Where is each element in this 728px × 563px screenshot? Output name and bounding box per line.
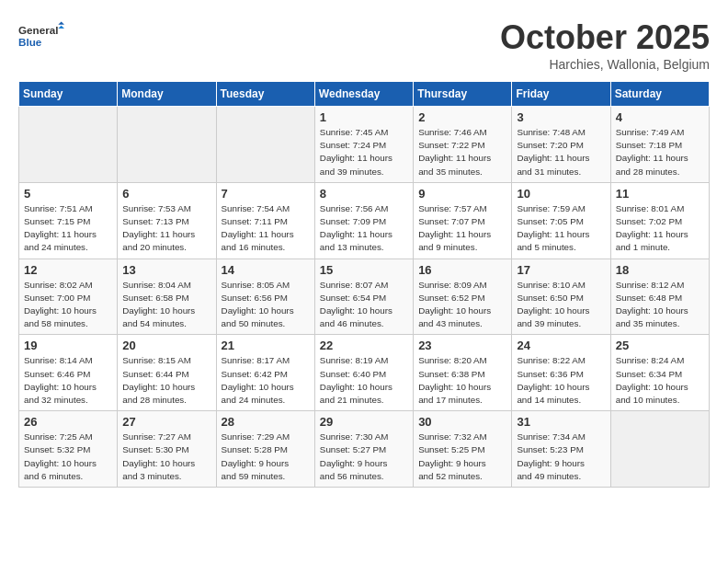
calendar-cell: 16Sunrise: 8:09 AMSunset: 6:52 PMDayligh… [414,259,512,335]
calendar-cell: 14Sunrise: 8:05 AMSunset: 6:56 PMDayligh… [216,259,314,335]
day-number: 19 [24,339,112,352]
day-info: Sunrise: 8:19 AMSunset: 6:40 PMDaylight:… [320,354,408,407]
day-number: 6 [122,187,210,201]
day-header-wednesday: Wednesday [314,82,413,107]
day-number: 16 [418,263,506,277]
logo-svg: General Blue [18,18,64,57]
day-info: Sunrise: 7:59 AMSunset: 7:05 PMDaylight:… [517,202,605,255]
day-number: 1 [320,110,408,124]
day-info: Sunrise: 7:29 AMSunset: 5:28 PMDaylight:… [222,431,310,483]
svg-text:Blue: Blue [18,36,42,48]
day-info: Sunrise: 8:02 AMSunset: 7:00 PMDaylight:… [24,279,112,331]
day-number: 13 [122,263,210,277]
day-info: Sunrise: 8:22 AMSunset: 6:36 PMDaylight:… [517,354,605,407]
day-info: Sunrise: 8:20 AMSunset: 6:38 PMDaylight:… [418,354,506,407]
day-info: Sunrise: 7:51 AMSunset: 7:15 PMDaylight:… [24,202,112,255]
day-number: 2 [418,110,506,124]
calendar-cell [118,107,216,183]
day-info: Sunrise: 7:30 AMSunset: 5:27 PMDaylight:… [320,431,408,483]
calendar-cell: 2Sunrise: 7:46 AMSunset: 7:22 PMDaylight… [414,107,512,183]
calendar-week-5: 26Sunrise: 7:25 AMSunset: 5:32 PMDayligh… [19,411,710,488]
svg-marker-3 [58,26,64,29]
page-header: General Blue October 2025 Harchies, Wall… [18,18,710,72]
svg-marker-2 [58,22,64,25]
day-number: 3 [517,110,605,124]
calendar-cell: 6Sunrise: 7:53 AMSunset: 7:13 PMDaylight… [118,182,216,259]
day-info: Sunrise: 7:46 AMSunset: 7:22 PMDaylight:… [418,126,506,178]
day-number: 28 [222,415,310,429]
logo: General Blue [18,18,64,57]
day-info: Sunrise: 7:48 AMSunset: 7:20 PMDaylight:… [517,126,605,178]
day-number: 25 [616,339,704,352]
calendar-cell: 18Sunrise: 8:12 AMSunset: 6:48 PMDayligh… [610,259,709,335]
day-number: 30 [418,415,506,429]
day-info: Sunrise: 8:17 AMSunset: 6:42 PMDaylight:… [222,354,310,407]
day-number: 11 [616,187,704,201]
calendar-cell [19,107,118,183]
day-info: Sunrise: 7:54 AMSunset: 7:11 PMDaylight:… [222,202,310,255]
day-number: 21 [222,339,310,352]
day-number: 20 [122,339,210,352]
day-number: 14 [222,263,310,277]
day-info: Sunrise: 8:01 AMSunset: 7:02 PMDaylight:… [616,202,704,255]
day-header-thursday: Thursday [414,82,512,107]
day-number: 5 [24,187,112,201]
day-header-sunday: Sunday [19,82,118,107]
calendar-cell: 22Sunrise: 8:19 AMSunset: 6:40 PMDayligh… [314,335,413,411]
day-number: 10 [517,187,605,201]
calendar-cell: 29Sunrise: 7:30 AMSunset: 5:27 PMDayligh… [314,411,413,488]
day-info: Sunrise: 8:04 AMSunset: 6:58 PMDaylight:… [122,279,210,331]
calendar-week-3: 12Sunrise: 8:02 AMSunset: 7:00 PMDayligh… [19,259,710,335]
day-info: Sunrise: 7:27 AMSunset: 5:30 PMDaylight:… [122,431,210,483]
day-number: 4 [616,110,704,124]
day-number: 15 [320,263,408,277]
calendar-cell: 15Sunrise: 8:07 AMSunset: 6:54 PMDayligh… [314,259,413,335]
day-info: Sunrise: 7:56 AMSunset: 7:09 PMDaylight:… [320,202,408,255]
day-info: Sunrise: 8:24 AMSunset: 6:34 PMDaylight:… [616,354,704,407]
calendar-cell: 27Sunrise: 7:27 AMSunset: 5:30 PMDayligh… [118,411,216,488]
day-info: Sunrise: 8:12 AMSunset: 6:48 PMDaylight:… [616,279,704,331]
calendar-cell: 12Sunrise: 8:02 AMSunset: 7:00 PMDayligh… [19,259,118,335]
day-number: 12 [24,263,112,277]
day-info: Sunrise: 8:15 AMSunset: 6:44 PMDaylight:… [122,354,210,407]
calendar-cell: 3Sunrise: 7:48 AMSunset: 7:20 PMDaylight… [512,107,610,183]
calendar-cell: 4Sunrise: 7:49 AMSunset: 7:18 PMDaylight… [610,107,709,183]
calendar-cell: 25Sunrise: 8:24 AMSunset: 6:34 PMDayligh… [610,335,709,411]
calendar-week-1: 1Sunrise: 7:45 AMSunset: 7:24 PMDaylight… [19,107,710,183]
days-header-row: SundayMondayTuesdayWednesdayThursdayFrid… [19,82,710,107]
calendar-cell: 20Sunrise: 8:15 AMSunset: 6:44 PMDayligh… [118,335,216,411]
calendar-table: SundayMondayTuesdayWednesdayThursdayFrid… [18,81,710,488]
calendar-cell: 7Sunrise: 7:54 AMSunset: 7:11 PMDaylight… [216,182,314,259]
calendar-cell: 8Sunrise: 7:56 AMSunset: 7:09 PMDaylight… [314,182,413,259]
day-info: Sunrise: 7:25 AMSunset: 5:32 PMDaylight:… [24,431,112,483]
title-block: October 2025 Harchies, Wallonia, Belgium [500,18,710,72]
day-info: Sunrise: 7:34 AMSunset: 5:23 PMDaylight:… [517,431,605,483]
calendar-cell: 23Sunrise: 8:20 AMSunset: 6:38 PMDayligh… [414,335,512,411]
day-info: Sunrise: 7:53 AMSunset: 7:13 PMDaylight:… [122,202,210,255]
day-number: 8 [320,187,408,201]
day-info: Sunrise: 8:14 AMSunset: 6:46 PMDaylight:… [24,354,112,407]
day-number: 7 [222,187,310,201]
calendar-cell [610,411,709,488]
calendar-cell: 19Sunrise: 8:14 AMSunset: 6:46 PMDayligh… [19,335,118,411]
calendar-cell: 1Sunrise: 7:45 AMSunset: 7:24 PMDaylight… [314,107,413,183]
day-info: Sunrise: 8:09 AMSunset: 6:52 PMDaylight:… [418,279,506,331]
calendar-cell: 28Sunrise: 7:29 AMSunset: 5:28 PMDayligh… [216,411,314,488]
month-title: October 2025 [500,18,710,57]
day-number: 22 [320,339,408,352]
day-info: Sunrise: 7:32 AMSunset: 5:25 PMDaylight:… [418,431,506,483]
day-number: 9 [418,187,506,201]
day-number: 27 [122,415,210,429]
calendar-cell: 31Sunrise: 7:34 AMSunset: 5:23 PMDayligh… [512,411,610,488]
calendar-cell: 26Sunrise: 7:25 AMSunset: 5:32 PMDayligh… [19,411,118,488]
day-header-monday: Monday [118,82,216,107]
day-number: 17 [517,263,605,277]
day-number: 24 [517,339,605,352]
calendar-cell: 9Sunrise: 7:57 AMSunset: 7:07 PMDaylight… [414,182,512,259]
day-number: 18 [616,263,704,277]
calendar-cell [216,107,314,183]
day-header-saturday: Saturday [610,82,709,107]
day-header-tuesday: Tuesday [216,82,314,107]
calendar-cell: 30Sunrise: 7:32 AMSunset: 5:25 PMDayligh… [414,411,512,488]
svg-text:General: General [18,24,58,36]
